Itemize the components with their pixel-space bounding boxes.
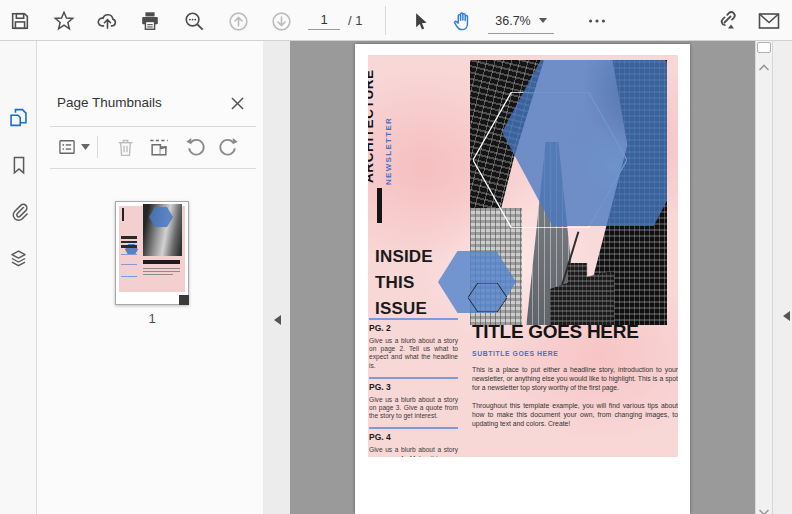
vertical-scrollbar[interactable] (755, 41, 772, 514)
toolbar: / 1 36.7% (0, 0, 792, 41)
scroll-up-icon[interactable] (758, 58, 770, 76)
pointer-tool-icon[interactable] (408, 9, 432, 33)
masthead-subtitle: NEWSLETTER (383, 117, 394, 185)
page-thumbnails-icon[interactable] (7, 106, 30, 129)
trash-icon[interactable] (113, 135, 137, 159)
toolbar-divider (385, 6, 386, 35)
toc-body: Give us a blurb about a story on page 4.… (369, 446, 458, 457)
collapse-left-panel-icon[interactable] (269, 315, 281, 325)
rotate-cw-icon[interactable] (216, 135, 240, 159)
scrollbar-thumb[interactable] (757, 42, 771, 53)
rotate-ccw-icon[interactable] (184, 135, 208, 159)
email-icon[interactable] (757, 9, 781, 33)
toc-heading: PG. 3 (369, 382, 458, 392)
document-canvas[interactable]: ARCHITECTURE NEWSLETTER (290, 41, 755, 514)
hand-tool-icon[interactable] (450, 9, 474, 33)
pdf-viewer-window: / 1 36.7% (0, 0, 792, 514)
story-paragraph: This is a place to put either a headline… (472, 365, 678, 393)
toc-body: Give us a blurb about a story on page 3.… (369, 396, 458, 421)
thumbnail-page-number: 1 (115, 311, 189, 326)
document-page[interactable]: ARCHITECTURE NEWSLETTER (355, 44, 690, 514)
left-panel-splitter[interactable] (263, 41, 290, 514)
save-icon[interactable] (8, 9, 32, 33)
thumbnail-resize-handle[interactable] (179, 295, 189, 305)
right-panel-splitter[interactable] (772, 41, 792, 514)
star-icon[interactable] (52, 9, 76, 33)
toc-list: PG. 2 Give us a blurb about a story on p… (369, 318, 458, 457)
expand-right-panel-icon[interactable] (778, 311, 790, 321)
page-navigation: / 1 (308, 10, 362, 30)
story-subtitle: SUBTITLE GOES HERE (472, 350, 678, 357)
toc-rule (369, 377, 458, 379)
panel-divider (50, 168, 256, 169)
story-paragraph: Throughout this template example, you wi… (472, 401, 678, 429)
panel-title: Page Thumbnails (57, 95, 162, 110)
page-thumbnail[interactable] (115, 201, 189, 305)
cloud-upload-icon[interactable] (95, 9, 119, 33)
hexagon-outline-small (468, 283, 507, 312)
zoom-level-value: 36.7% (495, 14, 530, 28)
zoom-control[interactable]: 36.7% (488, 8, 554, 34)
bookmarks-icon[interactable] (7, 153, 30, 176)
masthead-title: ARCHITECTURE (368, 69, 378, 183)
panel-toolbar-divider (97, 136, 98, 158)
main-story: TITLE GOES HERE SUBTITLE GOES HERE This … (472, 321, 678, 428)
story-title: TITLE GOES HERE (472, 321, 678, 343)
page-number-input[interactable] (308, 10, 340, 30)
toc-heading: PG. 2 (369, 323, 458, 333)
toc-body: Give us a blurb about a story on page 2.… (369, 337, 458, 370)
masthead-accent-bar (377, 188, 382, 223)
newsletter-front-page: ARCHITECTURE NEWSLETTER (368, 55, 678, 457)
chevron-down-icon (539, 18, 547, 27)
options-caret-icon[interactable] (79, 135, 91, 159)
share-link-icon[interactable] (714, 9, 738, 33)
next-page-icon[interactable] (269, 9, 293, 33)
previous-page-icon[interactable] (226, 9, 250, 33)
layers-icon[interactable] (7, 247, 30, 270)
search-icon[interactable] (182, 9, 206, 33)
options-icon[interactable] (55, 135, 79, 159)
inside-this-issue-heading: INSIDE THIS ISSUE (375, 244, 433, 322)
toc-rule (369, 427, 458, 429)
panel-divider (50, 126, 256, 127)
toc-heading: PG. 4 (369, 432, 458, 442)
attachments-icon[interactable] (7, 200, 30, 223)
navigation-rail (0, 41, 37, 514)
close-icon[interactable] (229, 95, 245, 111)
toc-rule (369, 318, 458, 320)
extract-pages-icon[interactable] (147, 135, 171, 159)
page-thumbnails-panel: Page Thumbnails (37, 41, 263, 514)
scroll-down-icon[interactable] (758, 502, 770, 514)
page-total-label: / 1 (348, 13, 362, 28)
more-options-icon[interactable] (585, 9, 609, 33)
print-icon[interactable] (138, 9, 162, 33)
